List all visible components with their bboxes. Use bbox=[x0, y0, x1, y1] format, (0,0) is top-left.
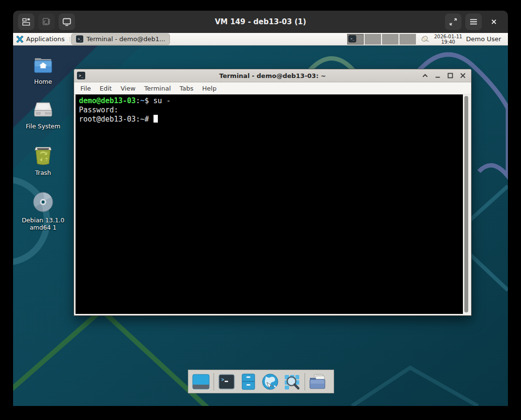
mouse-tray-icon[interactable] bbox=[420, 35, 430, 44]
scrollbar-thumb[interactable] bbox=[464, 96, 468, 312]
menu-file[interactable]: File bbox=[76, 83, 95, 93]
xfce-panel: Applications ⋮ >_ Terminal - demo@deb1..… bbox=[13, 33, 508, 46]
hamburger-menu-button[interactable] bbox=[465, 14, 482, 30]
dock-web-browser-button[interactable] bbox=[261, 373, 279, 391]
fullscreen-expand-icon bbox=[448, 17, 458, 27]
app-finder-icon bbox=[283, 373, 301, 390]
terminal-icon: > bbox=[218, 374, 235, 389]
svg-text:>: > bbox=[221, 377, 224, 382]
windows-overview-button[interactable] bbox=[18, 14, 34, 30]
web-browser-icon bbox=[261, 373, 279, 391]
terminal-screen[interactable]: demo@deb13-03:~$ su - Password: root@deb… bbox=[76, 94, 463, 314]
guest-display: Applications ⋮ >_ Terminal - demo@deb1..… bbox=[13, 33, 508, 406]
menu-terminal[interactable]: Terminal bbox=[140, 83, 175, 93]
panel-clock[interactable]: 2026-01-11 19:40 bbox=[434, 34, 462, 45]
display-monitor-icon bbox=[61, 16, 72, 27]
terminal-menubar: File Edit View Terminal Tabs Help bbox=[74, 82, 471, 94]
terminal-line-1: demo@deb13-03:~$ su - bbox=[79, 96, 462, 106]
user-actions-button[interactable]: Demo User bbox=[466, 35, 504, 43]
fullscreen-button[interactable] bbox=[445, 14, 461, 30]
clock-date: 2026-01-11 bbox=[434, 34, 462, 39]
hard-drive-icon bbox=[32, 100, 54, 119]
terminal-line-3: root@deb13-03:~# bbox=[79, 115, 462, 124]
desktop-icon-label: Home bbox=[34, 78, 52, 85]
clock-time: 19:40 bbox=[441, 39, 455, 45]
dock-show-desktop-button[interactable] bbox=[192, 373, 210, 391]
terminal-window-title: Terminal - demo@deb13-03: ~ bbox=[74, 72, 471, 79]
maximize-button[interactable] bbox=[447, 73, 453, 78]
vm-close-button[interactable] bbox=[486, 14, 502, 30]
terminal-window: >_ Terminal - demo@deb13-03: ~ bbox=[74, 69, 472, 316]
workspace-1[interactable]: >_ bbox=[347, 34, 365, 45]
terminal-scrollbar bbox=[463, 94, 470, 314]
show-desktop-icon bbox=[192, 374, 210, 389]
terminal-titlebar[interactable]: >_ Terminal - demo@deb13-03: ~ bbox=[74, 69, 471, 82]
system-tray: 2026-01-11 19:40 Demo User bbox=[416, 33, 508, 45]
trash-icon bbox=[32, 144, 54, 166]
menu-edit[interactable]: Edit bbox=[95, 83, 116, 93]
desktop-icon-label: Trash bbox=[35, 169, 51, 176]
menu-tabs[interactable]: Tabs bbox=[175, 83, 198, 93]
xfce-logo-icon bbox=[16, 35, 24, 43]
workspace-pager: >_ bbox=[347, 33, 416, 45]
terminal-body: demo@deb13-03:~$ su - Password: root@deb… bbox=[76, 94, 470, 314]
menu-view[interactable]: View bbox=[116, 83, 140, 93]
dock-app-finder-button[interactable] bbox=[283, 373, 301, 391]
workspace-window-terminal-icon: >_ bbox=[349, 35, 356, 42]
serial-console-icon bbox=[41, 16, 52, 27]
dock-terminal-button[interactable]: > bbox=[217, 373, 236, 391]
taskbar-item-label: Terminal - demo@deb1... bbox=[86, 35, 165, 43]
close-icon bbox=[490, 18, 497, 25]
desktop-icon-trash[interactable]: Trash bbox=[17, 144, 69, 176]
desktop-icon-column: Home File System Tras bbox=[17, 54, 69, 246]
desktop-icon-label: File System bbox=[26, 123, 61, 130]
dock-panel: > bbox=[188, 370, 334, 393]
workspace-3[interactable] bbox=[382, 34, 399, 45]
hamburger-menu-icon bbox=[469, 18, 478, 26]
minimize-button[interactable] bbox=[435, 73, 441, 78]
panel-drag-handle[interactable]: ⋮ bbox=[67, 36, 71, 42]
applications-label: Applications bbox=[26, 35, 64, 43]
serial-console-button[interactable] bbox=[38, 14, 55, 30]
workspace-2[interactable] bbox=[365, 34, 382, 45]
desktop-icon-home[interactable]: Home bbox=[17, 54, 69, 85]
folder-icon bbox=[308, 373, 327, 390]
dock-separator bbox=[305, 373, 305, 390]
vm-titlebar: VM 149 - deb13-03 (1) bbox=[13, 11, 508, 33]
file-manager-icon bbox=[241, 373, 256, 390]
terminal-icon: >_ bbox=[76, 35, 83, 43]
home-folder-icon bbox=[32, 54, 54, 75]
terminal-cursor bbox=[153, 115, 158, 123]
desktop-icon-label: Debian 13.1.0 amd64 1 bbox=[17, 217, 69, 231]
vm-viewer-app: VM 149 - deb13-03 (1) bbox=[0, 0, 521, 420]
terminal-icon: >_ bbox=[77, 72, 85, 79]
workspace-4[interactable] bbox=[399, 34, 416, 45]
dock-file-manager-button[interactable] bbox=[239, 373, 258, 391]
taskbar-item-terminal[interactable]: >_ Terminal - demo@deb1... bbox=[71, 33, 170, 45]
optical-disc-icon bbox=[32, 191, 54, 213]
display-button[interactable] bbox=[59, 14, 75, 30]
dock-separator bbox=[214, 373, 214, 390]
desktop-icon-debian-iso[interactable]: Debian 13.1.0 amd64 1 bbox=[17, 191, 69, 231]
desktop-icon-filesystem[interactable]: File System bbox=[17, 100, 69, 130]
shade-button[interactable] bbox=[422, 73, 428, 78]
vm-window-title: VM 149 - deb13-03 (1) bbox=[13, 17, 508, 26]
window-close-button[interactable] bbox=[460, 73, 466, 78]
menu-help[interactable]: Help bbox=[198, 83, 221, 93]
dock-folder-button[interactable] bbox=[308, 373, 327, 391]
windows-overview-icon bbox=[21, 16, 31, 27]
applications-menu-button[interactable]: Applications bbox=[13, 33, 67, 45]
terminal-line-2: Password: bbox=[79, 106, 462, 115]
